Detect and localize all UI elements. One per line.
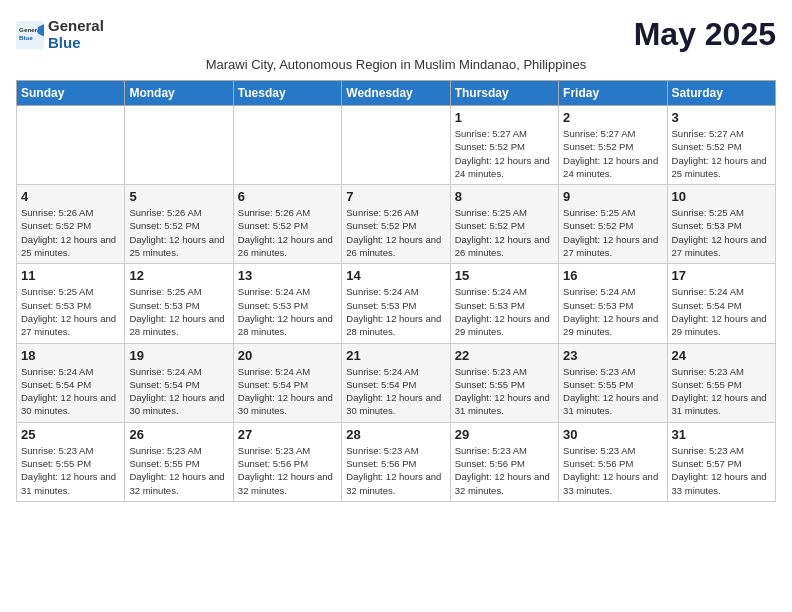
day-info: Sunrise: 5:26 AM Sunset: 5:52 PM Dayligh… (21, 206, 120, 259)
day-header-tuesday: Tuesday (233, 81, 341, 106)
day-info: Sunrise: 5:26 AM Sunset: 5:52 PM Dayligh… (346, 206, 445, 259)
calendar-cell: 25Sunrise: 5:23 AM Sunset: 5:55 PM Dayli… (17, 422, 125, 501)
calendar-table: SundayMondayTuesdayWednesdayThursdayFrid… (16, 80, 776, 502)
day-number: 25 (21, 427, 120, 442)
calendar-cell (233, 106, 341, 185)
day-info: Sunrise: 5:27 AM Sunset: 5:52 PM Dayligh… (672, 127, 771, 180)
calendar-cell: 20Sunrise: 5:24 AM Sunset: 5:54 PM Dayli… (233, 343, 341, 422)
calendar-cell: 31Sunrise: 5:23 AM Sunset: 5:57 PM Dayli… (667, 422, 775, 501)
day-info: Sunrise: 5:23 AM Sunset: 5:56 PM Dayligh… (455, 444, 554, 497)
day-number: 29 (455, 427, 554, 442)
day-info: Sunrise: 5:23 AM Sunset: 5:57 PM Dayligh… (672, 444, 771, 497)
day-info: Sunrise: 5:23 AM Sunset: 5:55 PM Dayligh… (672, 365, 771, 418)
calendar-cell: 23Sunrise: 5:23 AM Sunset: 5:55 PM Dayli… (559, 343, 667, 422)
day-info: Sunrise: 5:24 AM Sunset: 5:53 PM Dayligh… (563, 285, 662, 338)
day-number: 22 (455, 348, 554, 363)
day-header-wednesday: Wednesday (342, 81, 450, 106)
calendar-cell: 29Sunrise: 5:23 AM Sunset: 5:56 PM Dayli… (450, 422, 558, 501)
day-header-sunday: Sunday (17, 81, 125, 106)
calendar-cell: 21Sunrise: 5:24 AM Sunset: 5:54 PM Dayli… (342, 343, 450, 422)
day-info: Sunrise: 5:24 AM Sunset: 5:54 PM Dayligh… (346, 365, 445, 418)
calendar-cell: 3Sunrise: 5:27 AM Sunset: 5:52 PM Daylig… (667, 106, 775, 185)
calendar-cell: 18Sunrise: 5:24 AM Sunset: 5:54 PM Dayli… (17, 343, 125, 422)
calendar-cell (125, 106, 233, 185)
day-number: 14 (346, 268, 445, 283)
day-number: 3 (672, 110, 771, 125)
day-number: 2 (563, 110, 662, 125)
calendar-subtitle: Marawi City, Autonomous Region in Muslim… (16, 57, 776, 72)
day-number: 31 (672, 427, 771, 442)
calendar-cell: 7Sunrise: 5:26 AM Sunset: 5:52 PM Daylig… (342, 185, 450, 264)
calendar-week-row: 25Sunrise: 5:23 AM Sunset: 5:55 PM Dayli… (17, 422, 776, 501)
day-number: 5 (129, 189, 228, 204)
day-info: Sunrise: 5:23 AM Sunset: 5:56 PM Dayligh… (563, 444, 662, 497)
day-info: Sunrise: 5:24 AM Sunset: 5:54 PM Dayligh… (672, 285, 771, 338)
calendar-cell: 10Sunrise: 5:25 AM Sunset: 5:53 PM Dayli… (667, 185, 775, 264)
logo: General Blue General Blue (16, 18, 104, 51)
calendar-cell: 6Sunrise: 5:26 AM Sunset: 5:52 PM Daylig… (233, 185, 341, 264)
calendar-cell: 28Sunrise: 5:23 AM Sunset: 5:56 PM Dayli… (342, 422, 450, 501)
day-info: Sunrise: 5:24 AM Sunset: 5:54 PM Dayligh… (129, 365, 228, 418)
calendar-cell (17, 106, 125, 185)
day-number: 26 (129, 427, 228, 442)
day-number: 21 (346, 348, 445, 363)
page-header: General Blue General Blue May 2025 (16, 16, 776, 53)
day-number: 27 (238, 427, 337, 442)
day-info: Sunrise: 5:25 AM Sunset: 5:53 PM Dayligh… (672, 206, 771, 259)
day-number: 10 (672, 189, 771, 204)
calendar-cell: 11Sunrise: 5:25 AM Sunset: 5:53 PM Dayli… (17, 264, 125, 343)
calendar-cell: 16Sunrise: 5:24 AM Sunset: 5:53 PM Dayli… (559, 264, 667, 343)
day-info: Sunrise: 5:24 AM Sunset: 5:54 PM Dayligh… (21, 365, 120, 418)
calendar-week-row: 4Sunrise: 5:26 AM Sunset: 5:52 PM Daylig… (17, 185, 776, 264)
day-info: Sunrise: 5:23 AM Sunset: 5:56 PM Dayligh… (238, 444, 337, 497)
calendar-week-row: 11Sunrise: 5:25 AM Sunset: 5:53 PM Dayli… (17, 264, 776, 343)
day-info: Sunrise: 5:25 AM Sunset: 5:52 PM Dayligh… (563, 206, 662, 259)
day-info: Sunrise: 5:23 AM Sunset: 5:55 PM Dayligh… (455, 365, 554, 418)
day-header-monday: Monday (125, 81, 233, 106)
day-info: Sunrise: 5:26 AM Sunset: 5:52 PM Dayligh… (129, 206, 228, 259)
day-number: 30 (563, 427, 662, 442)
calendar-week-row: 1Sunrise: 5:27 AM Sunset: 5:52 PM Daylig… (17, 106, 776, 185)
day-info: Sunrise: 5:24 AM Sunset: 5:53 PM Dayligh… (238, 285, 337, 338)
calendar-cell: 12Sunrise: 5:25 AM Sunset: 5:53 PM Dayli… (125, 264, 233, 343)
day-number: 9 (563, 189, 662, 204)
day-number: 17 (672, 268, 771, 283)
day-info: Sunrise: 5:24 AM Sunset: 5:53 PM Dayligh… (346, 285, 445, 338)
day-number: 13 (238, 268, 337, 283)
calendar-cell: 14Sunrise: 5:24 AM Sunset: 5:53 PM Dayli… (342, 264, 450, 343)
calendar-cell: 9Sunrise: 5:25 AM Sunset: 5:52 PM Daylig… (559, 185, 667, 264)
day-number: 18 (21, 348, 120, 363)
day-info: Sunrise: 5:24 AM Sunset: 5:53 PM Dayligh… (455, 285, 554, 338)
day-number: 7 (346, 189, 445, 204)
day-number: 16 (563, 268, 662, 283)
calendar-header-row: SundayMondayTuesdayWednesdayThursdayFrid… (17, 81, 776, 106)
calendar-cell: 13Sunrise: 5:24 AM Sunset: 5:53 PM Dayli… (233, 264, 341, 343)
day-number: 19 (129, 348, 228, 363)
day-number: 20 (238, 348, 337, 363)
day-info: Sunrise: 5:25 AM Sunset: 5:53 PM Dayligh… (21, 285, 120, 338)
calendar-cell: 8Sunrise: 5:25 AM Sunset: 5:52 PM Daylig… (450, 185, 558, 264)
day-number: 6 (238, 189, 337, 204)
calendar-cell: 17Sunrise: 5:24 AM Sunset: 5:54 PM Dayli… (667, 264, 775, 343)
day-number: 12 (129, 268, 228, 283)
calendar-cell: 15Sunrise: 5:24 AM Sunset: 5:53 PM Dayli… (450, 264, 558, 343)
calendar-cell: 22Sunrise: 5:23 AM Sunset: 5:55 PM Dayli… (450, 343, 558, 422)
day-info: Sunrise: 5:25 AM Sunset: 5:53 PM Dayligh… (129, 285, 228, 338)
logo-icon: General Blue (16, 21, 44, 49)
day-info: Sunrise: 5:24 AM Sunset: 5:54 PM Dayligh… (238, 365, 337, 418)
day-header-saturday: Saturday (667, 81, 775, 106)
day-info: Sunrise: 5:23 AM Sunset: 5:55 PM Dayligh… (21, 444, 120, 497)
day-number: 23 (563, 348, 662, 363)
day-number: 1 (455, 110, 554, 125)
calendar-cell: 27Sunrise: 5:23 AM Sunset: 5:56 PM Dayli… (233, 422, 341, 501)
day-number: 8 (455, 189, 554, 204)
day-info: Sunrise: 5:23 AM Sunset: 5:55 PM Dayligh… (563, 365, 662, 418)
day-header-friday: Friday (559, 81, 667, 106)
day-header-thursday: Thursday (450, 81, 558, 106)
svg-text:Blue: Blue (19, 33, 33, 40)
calendar-cell: 2Sunrise: 5:27 AM Sunset: 5:52 PM Daylig… (559, 106, 667, 185)
logo-blue-text: Blue (48, 35, 104, 52)
day-info: Sunrise: 5:26 AM Sunset: 5:52 PM Dayligh… (238, 206, 337, 259)
calendar-cell: 24Sunrise: 5:23 AM Sunset: 5:55 PM Dayli… (667, 343, 775, 422)
day-info: Sunrise: 5:25 AM Sunset: 5:52 PM Dayligh… (455, 206, 554, 259)
